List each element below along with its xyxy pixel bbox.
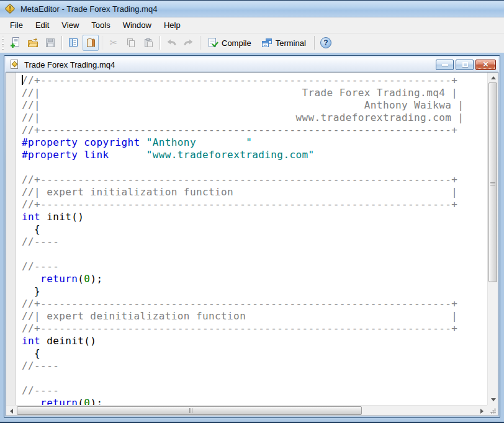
code-line: //+-------------------------------------… xyxy=(22,124,487,136)
app-titlebar[interactable]: ! MetaEditor - Trade Forex Trading.mq4 xyxy=(0,1,504,17)
toolbar-separator xyxy=(200,36,200,50)
paste-button xyxy=(140,35,156,51)
save-icon xyxy=(44,37,56,49)
compile-icon xyxy=(207,37,219,49)
code-line: #property link "www.tradeforextrading.co… xyxy=(22,149,487,161)
editor-window-title: Trade Forex Trading.mq4 xyxy=(24,60,115,69)
arrow-left-icon xyxy=(10,409,13,414)
terminal-button[interactable]: Terminal xyxy=(258,35,311,51)
copy-button xyxy=(123,35,139,51)
metaeditor-app-icon: ! xyxy=(5,4,15,14)
code-line xyxy=(22,372,487,385)
compile-button[interactable]: Compile xyxy=(204,35,256,51)
code-line: { xyxy=(22,347,487,360)
navigator-panel-icon xyxy=(67,37,79,49)
scroll-right-button[interactable] xyxy=(477,406,487,416)
arrow-up-icon xyxy=(491,76,496,79)
code-line: int init() xyxy=(22,211,487,223)
editor-content: //+-------------------------------------… xyxy=(6,72,498,416)
terminal-label: Terminal xyxy=(276,38,306,48)
toolbar-separator xyxy=(314,36,315,50)
vertical-scrollbar[interactable] xyxy=(487,73,498,405)
restore-button[interactable] xyxy=(456,60,474,70)
restore-icon xyxy=(462,62,468,67)
help-icon: ? xyxy=(320,37,331,48)
code-line: //---- xyxy=(22,260,487,273)
code-line: //---- xyxy=(22,360,487,372)
resize-grip-icon xyxy=(490,408,496,414)
vertical-scroll-thumb[interactable] xyxy=(488,82,497,282)
scroll-up-button[interactable] xyxy=(488,73,498,83)
thumb-grip-icon xyxy=(490,182,495,183)
code-line: //+-------------------------------------… xyxy=(22,198,487,211)
navigator-toggle-button[interactable] xyxy=(65,35,81,51)
toolbar-separator xyxy=(61,36,62,50)
minimize-button[interactable] xyxy=(436,60,454,70)
mq4-file-icon xyxy=(9,60,19,69)
editor-child-window: Trade Forex Trading.mq4 ✕ //+-----------… xyxy=(4,55,500,418)
arrow-down-icon xyxy=(491,398,496,401)
code-line: //+-------------------------------------… xyxy=(22,298,487,310)
context-help-button[interactable]: ? xyxy=(318,35,334,51)
compile-label: Compile xyxy=(222,38,251,48)
code-line: //+-------------------------------------… xyxy=(22,174,487,186)
scroll-down-button[interactable] xyxy=(488,394,498,405)
resize-grip[interactable] xyxy=(487,405,498,416)
code-line: //| Trade Forex Trading.mq4 | xyxy=(22,87,487,99)
menu-item[interactable]: View xyxy=(55,17,85,33)
code-line: { xyxy=(22,223,487,236)
code-line: //| expert initialization function | xyxy=(22,186,487,198)
toolbar-separator xyxy=(160,36,160,50)
code-line: #property copyright "Anthony " xyxy=(22,136,487,149)
editor-gutter[interactable] xyxy=(6,73,16,405)
redo-button xyxy=(181,35,197,51)
menu-item[interactable]: Edit xyxy=(29,17,55,33)
text-caret xyxy=(22,75,23,85)
open-file-button[interactable] xyxy=(25,35,41,51)
code-line xyxy=(22,248,487,260)
toolbar: ✂ xyxy=(0,33,504,52)
scroll-left-button[interactable] xyxy=(6,406,17,416)
editor-window-titlebar[interactable]: Trade Forex Trading.mq4 ✕ xyxy=(6,57,498,72)
cut-button: ✂ xyxy=(106,35,122,51)
menu-item[interactable]: File xyxy=(4,17,29,33)
terminal-icon xyxy=(261,37,273,49)
code-line: //+-------------------------------------… xyxy=(22,323,487,335)
thumb-grip-icon xyxy=(189,408,190,413)
redo-icon xyxy=(182,37,195,49)
close-icon: ✕ xyxy=(476,60,495,69)
save-file-button xyxy=(42,35,58,51)
copy-icon xyxy=(125,37,137,49)
app-title: MetaEditor - Trade Forex Trading.mq4 xyxy=(20,4,157,14)
menu-item[interactable]: Help xyxy=(158,17,187,33)
code-line: //| expert deinitialization function | xyxy=(22,310,487,323)
code-editor[interactable]: //+-------------------------------------… xyxy=(17,73,487,405)
close-button[interactable]: ✕ xyxy=(475,60,496,70)
open-folder-icon xyxy=(27,37,39,49)
menu-item[interactable]: Tools xyxy=(85,17,116,33)
minimize-icon xyxy=(442,64,448,66)
dictionary-toggle-button[interactable] xyxy=(83,35,99,51)
code-line: return(0); xyxy=(22,273,487,285)
code-line: return(0); xyxy=(22,397,487,405)
undo-button xyxy=(163,35,179,51)
code-line: //| Anthony Waikwa | xyxy=(22,99,487,112)
paste-icon xyxy=(142,37,155,49)
menu-item[interactable]: Window xyxy=(117,17,158,33)
new-file-button[interactable] xyxy=(7,35,24,51)
toolbar-grip[interactable] xyxy=(2,36,5,50)
code-line: //---- xyxy=(22,385,487,397)
new-file-icon xyxy=(9,37,22,49)
horizontal-scrollbar[interactable] xyxy=(6,405,487,416)
code-line xyxy=(22,161,487,174)
code-line: int deinit() xyxy=(22,335,487,347)
undo-icon xyxy=(165,37,178,49)
code-line: //+-------------------------------------… xyxy=(22,74,487,87)
metaeditor-window: ! MetaEditor - Trade Forex Trading.mq4 F… xyxy=(0,0,504,423)
scissors-icon: ✂ xyxy=(110,37,118,48)
window-controls: ✕ xyxy=(436,60,496,70)
mdi-area: Trade Forex Trading.mq4 ✕ //+-----------… xyxy=(0,53,504,423)
code-line: //| www.tradeforextrading.com | xyxy=(22,112,487,124)
book-icon xyxy=(84,37,97,49)
horizontal-scroll-thumb[interactable] xyxy=(17,406,362,415)
